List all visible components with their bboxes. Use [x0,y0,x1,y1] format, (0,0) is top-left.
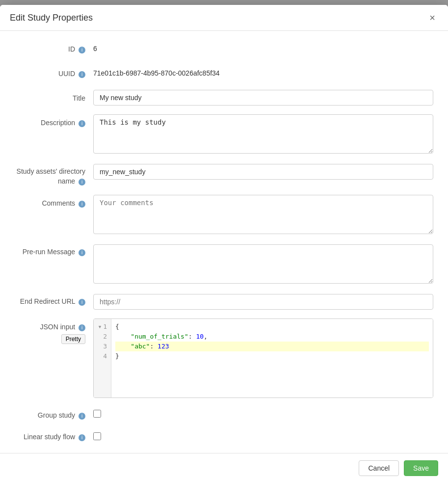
assets-dir-row: Study assets' directory name i [15,164,433,186]
json-editor-content[interactable]: ▼1 2 3 4 [94,319,433,398]
group-study-checkbox-wrap [93,407,433,418]
modal-body: ID i 6 UUID i 71e01c1b-6987-4b95-870c-00… [0,31,448,453]
json-input-label: JSON input i Pretty [15,318,93,344]
description-label: Description i [15,114,93,128]
json-line-number-4: 4 [98,351,107,361]
uuid-value: 71e01c1b-6987-4b95-870c-0026afc85f34 [93,65,433,81]
assets-dir-info-icon[interactable]: i [79,179,85,186]
comments-row: Comments i [15,195,433,236]
json-editor-wrap: ▼1 2 3 4 [93,318,433,398]
allow-preview-row: Allow preview i [15,450,433,453]
comments-field-wrap [93,195,433,236]
close-button[interactable]: × [426,12,438,24]
modal-footer: Cancel Save [0,453,448,477]
edit-study-modal: Edit Study Properties × ID i 6 UUID i [0,5,448,477]
linear-flow-checkbox-wrap [93,429,433,440]
id-value-wrap: 6 [93,41,433,56]
comments-textarea[interactable] [93,195,433,234]
description-row: Description i [15,114,433,155]
linear-flow-label: Linear study flow i [15,429,93,442]
prerun-row: Pre-run Message i [15,244,433,285]
end-redirect-info-icon[interactable]: i [79,299,85,306]
json-editor[interactable]: ▼1 2 3 4 [93,318,433,398]
uuid-row: UUID i 71e01c1b-6987-4b95-870c-0026afc85… [15,65,433,81]
allow-preview-label: Allow preview i [15,450,93,453]
linear-flow-info-icon[interactable]: i [79,434,85,441]
json-input-info-icon[interactable]: i [79,324,85,331]
id-info-icon[interactable]: i [79,47,85,53]
json-input-row: JSON input i Pretty ▼1 2 [15,318,433,398]
json-line-numbers: ▼1 2 3 4 [94,319,111,398]
id-row: ID i 6 [15,41,433,56]
uuid-value-wrap: 71e01c1b-6987-4b95-870c-0026afc85f34 [93,65,433,81]
json-line-number-2: 2 [98,332,107,342]
end-redirect-input[interactable] [93,294,433,310]
pretty-button[interactable]: Pretty [61,334,85,344]
modal-overlay: Edit Study Properties × ID i 6 UUID i [0,5,448,477]
prerun-label: Pre-run Message i [15,244,93,257]
comments-label: Comments i [15,195,93,209]
description-info-icon[interactable]: i [79,120,85,127]
save-button[interactable]: Save [404,460,438,476]
json-code-line-4: } [115,351,429,361]
end-redirect-row: End Redirect URL i [15,294,433,310]
group-study-row: Group study i [15,407,433,421]
title-field-wrap [93,90,433,106]
json-code-line-1: { [115,322,429,332]
json-code-line-3: "abc": 123 [115,342,429,351]
uuid-info-icon[interactable]: i [79,71,85,78]
linear-flow-checkbox[interactable] [93,432,101,440]
end-redirect-field-wrap [93,294,433,310]
end-redirect-label: End Redirect URL i [15,294,93,307]
id-value: 6 [93,41,433,56]
assets-dir-field-wrap [93,164,433,180]
allow-preview-checkbox-wrap [93,450,433,453]
prerun-textarea[interactable] [93,244,433,284]
description-field-wrap [93,114,433,155]
assets-dir-label: Study assets' directory name i [15,164,93,186]
description-textarea[interactable] [93,114,433,154]
json-line-number-1: ▼1 [98,322,107,332]
title-input[interactable] [93,90,433,106]
assets-dir-input[interactable] [93,164,433,180]
json-code-line-2: "num_of_trials": 10, [115,332,429,342]
uuid-label: UUID i [15,65,93,79]
modal-title: Edit Study Properties [10,13,93,23]
group-study-info-icon[interactable]: i [79,413,85,420]
id-label: ID i [15,41,93,54]
modal-header: Edit Study Properties × [0,5,448,31]
group-study-checkbox[interactable] [93,410,101,418]
json-code-area[interactable]: { "num_of_trials": 10, "abc": 123 } [111,319,433,398]
prerun-field-wrap [93,244,433,285]
title-label: Title [15,90,93,104]
cancel-button[interactable]: Cancel [359,460,399,476]
group-study-label: Group study i [15,407,93,421]
comments-info-icon[interactable]: i [79,201,85,208]
linear-flow-row: Linear study flow i [15,429,433,442]
title-row: Title [15,90,433,106]
prerun-info-icon[interactable]: i [79,249,85,256]
json-line-number-3: 3 [98,342,107,351]
